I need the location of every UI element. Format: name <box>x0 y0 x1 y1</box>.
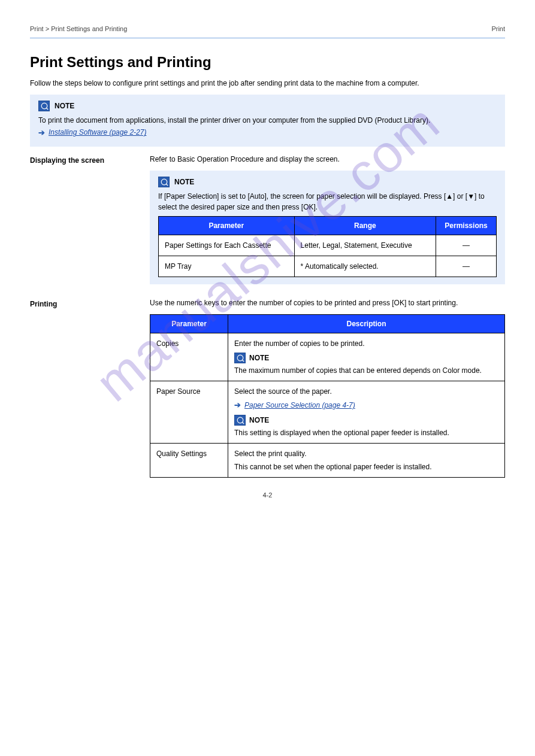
th-range: Range <box>294 217 436 235</box>
note-box-paper: NOTE If [Paper Selection] is set to [Aut… <box>150 171 505 284</box>
cell-desc: Select the print quality. This cannot be… <box>228 443 505 477</box>
table-row: Quality Settings Select the print qualit… <box>150 443 505 477</box>
arrow-icon: ➔ <box>38 127 45 139</box>
link-paper-source[interactable]: Paper Source Selection (page 4-7) <box>244 400 355 411</box>
note-label: NOTE <box>249 415 269 426</box>
th-permissions: Permissions <box>436 217 497 235</box>
cell: Paper Settings for Each Cassette <box>159 235 295 256</box>
th-parameter: Parameter <box>159 217 295 235</box>
note-label: NOTE <box>249 353 269 363</box>
note-icon <box>158 177 170 187</box>
svg-line-3 <box>166 184 168 186</box>
header-right: Print <box>491 24 505 34</box>
table-row: MP Tray * Automatically selected. — <box>159 256 497 277</box>
cell-param: Quality Settings <box>150 443 228 477</box>
svg-line-7 <box>242 422 244 424</box>
cell-param: Paper Source <box>150 381 228 444</box>
link-installing-software[interactable]: Installing Software (page 2-27) <box>49 127 146 138</box>
table-row: Paper Settings for Each Cassette Letter,… <box>159 235 497 256</box>
svg-line-5 <box>242 360 244 362</box>
note-icon <box>38 101 50 111</box>
note-box-top: NOTE To print the document from applicat… <box>30 95 505 147</box>
step-text: Use the numeric keys to enter the number… <box>150 297 505 308</box>
step-text: Refer to Basic Operation Procedure and d… <box>150 154 505 165</box>
table-row: Paper Source Select the source of the pa… <box>150 381 505 444</box>
th-parameter: Parameter <box>150 315 228 333</box>
cell-desc: Enter the number of copies to be printed… <box>228 333 505 381</box>
cell: MP Tray <box>159 256 295 277</box>
arrow-icon: ➔ <box>234 399 241 411</box>
cell-desc: Select the source of the paper. ➔ Paper … <box>228 381 505 444</box>
cell: — <box>436 256 497 277</box>
note-icon <box>234 353 246 363</box>
header-rule <box>30 38 505 38</box>
th-description: Description <box>228 315 505 333</box>
step-label-display: Displaying the screen <box>30 154 138 166</box>
note-text: If [Paper Selection] is set to [Auto], t… <box>158 191 497 212</box>
breadcrumb: Print > Print Settings and Printing <box>30 24 127 34</box>
intro-text: Follow the steps below to configure prin… <box>30 78 505 89</box>
print-params-table: Parameter Description Copies Enter the n… <box>150 314 505 478</box>
page-header: Print > Print Settings and Printing Prin… <box>30 24 505 34</box>
desc-line: Select the print quality. <box>234 448 498 459</box>
desc-line: This cannot be set when the optional pap… <box>234 462 498 472</box>
desc-line: The maximum number of copies that can be… <box>234 365 498 376</box>
cell: Letter, Legal, Statement, Executive <box>294 235 436 256</box>
paper-table: Parameter Range Permissions Paper Settin… <box>158 216 497 277</box>
cell: * Automatically selected. <box>294 256 436 277</box>
desc-line: This setting is displayed when the optio… <box>234 427 498 438</box>
step-label-printing: Printing <box>30 297 138 309</box>
cell-param: Copies <box>150 333 228 381</box>
desc-line: Select the source of the paper. <box>234 386 498 397</box>
desc-line: Enter the number of copies to be printed… <box>234 338 498 349</box>
note-text: To print the document from applications,… <box>38 115 497 126</box>
cell: — <box>436 235 497 256</box>
note-label: NOTE <box>55 101 74 111</box>
svg-line-1 <box>46 108 48 110</box>
page-title: Print Settings and Printing <box>30 51 505 73</box>
table-row: Copies Enter the number of copies to be … <box>150 333 505 381</box>
note-label: NOTE <box>174 177 194 187</box>
page-number: 4-2 <box>30 490 505 500</box>
note-icon <box>234 415 246 426</box>
